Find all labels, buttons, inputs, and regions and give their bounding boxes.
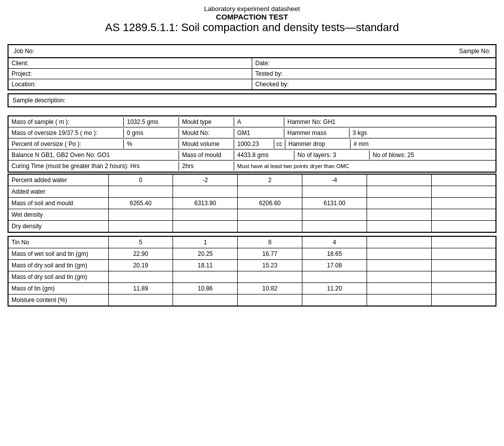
moisture-row-label-2: Mass of dry soil and tin (gm) (8, 260, 108, 271)
hammer-drop-value: # mm (351, 139, 495, 148)
main-cell-1-5 (431, 186, 496, 198)
moisture-cell-0-3: 4 (302, 236, 367, 248)
percent-oversize-label: Percent of oversize ( Po ): (9, 139, 124, 148)
main-cell-3-4 (367, 209, 431, 221)
params-row-3: Percent of oversize ( Po ): % Mould volu… (9, 138, 495, 150)
main-cell-4-3 (302, 221, 367, 233)
job-sample-row: Job No: Sample No: (8, 44, 496, 57)
no-of-blows: No of blows: 25 (370, 151, 495, 160)
main-row-label-0: Percent added water (8, 174, 108, 186)
main-row-label-2: Mass of soil and mould (8, 198, 108, 209)
checked-by-label: Checked by: (252, 79, 495, 89)
moisture-cell-1-0: 22.90 (108, 248, 173, 260)
moisture-cell-4-0: 11.89 (108, 283, 173, 294)
mould-volume-unit: cc (274, 139, 285, 148)
page-header: Laboratory experiment datasheet COMPACTI… (8, 5, 496, 34)
moisture-cell-1-1: 20.25 (173, 248, 238, 260)
info-row-client: Client: Date: (9, 58, 495, 69)
main-cell-0-5 (431, 174, 496, 186)
params-row-5: Curing Time (must be greater than 2 hour… (9, 161, 495, 172)
main-row-label-1: Added water (8, 186, 108, 198)
main-cell-3-5 (431, 209, 496, 221)
info-row-location: Location: Checked by: (9, 79, 495, 89)
mould-no-label: Mould No: (179, 128, 234, 137)
moisture-row-label-5: Moisture content (%) (8, 294, 108, 307)
main-cell-2-2: 6206.60 (238, 198, 302, 209)
moisture-cell-0-0: 5 (108, 236, 173, 248)
main-cell-1-4 (367, 186, 431, 198)
main-cell-4-0 (108, 221, 173, 233)
info-row-project: Project: Tested by: (9, 69, 495, 79)
client-label: Client: (9, 58, 252, 68)
moisture-cell-4-1: 10.86 (173, 283, 238, 294)
main-cell-2-5 (431, 198, 496, 209)
main-cell-4-1 (173, 221, 238, 233)
main-cell-1-2 (238, 186, 302, 198)
main-row-label-3: Wet density (8, 209, 108, 221)
main-cell-0-4 (367, 174, 431, 186)
omc-note: Must have at least two points dryer than… (234, 162, 495, 170)
job-no-label: Job No: (14, 48, 34, 55)
main-cell-3-2 (238, 209, 302, 221)
params-block: Mass of sample ( m ): 1032.5 gms Mould t… (8, 115, 496, 173)
moisture-cell-0-1: 1 (173, 236, 238, 248)
main-cell-0-2: 2 (238, 174, 302, 186)
moisture-cell-3-2 (238, 271, 302, 283)
sample-desc-label: Sample description: (13, 97, 65, 104)
hammer-mass-value: 3 kgs (350, 128, 495, 137)
moisture-cell-2-3: 17.08 (302, 260, 367, 271)
mass-oversize-label: Mass of oversize 19/37.5 ( mo ): (9, 128, 124, 137)
curing-time-value: 2hrs (179, 162, 234, 171)
mould-type-value: A (234, 117, 284, 126)
moisture-cell-2-5 (431, 260, 496, 271)
moisture-row-label-0: Tin No (8, 236, 108, 248)
moisture-cell-5-1 (173, 294, 238, 307)
main-cell-1-3 (302, 186, 367, 198)
moisture-cell-5-4 (367, 294, 431, 307)
mass-mould-label: Mass of mould (179, 151, 234, 160)
moisture-row-label-1: Mass of wet soil and tin (gm) (8, 248, 108, 260)
main-cell-3-0 (108, 209, 173, 221)
moisture-cell-4-3: 11.20 (302, 283, 367, 294)
moisture-cell-4-4 (367, 283, 431, 294)
main-cell-2-0: 6265.40 (108, 198, 173, 209)
moisture-cell-5-3 (302, 294, 367, 307)
location-label: Location: (9, 79, 252, 89)
header-line3: AS 1289.5.1.1: Soil compaction and densi… (8, 21, 496, 34)
main-cell-1-0 (108, 186, 173, 198)
moisture-cell-5-5 (431, 294, 496, 307)
moisture-cell-1-5 (431, 248, 496, 260)
hammer-mass-label: Hammer mass (284, 128, 350, 137)
tested-by-label: Tested by: (252, 69, 495, 79)
moisture-cell-3-0 (108, 271, 173, 283)
no-of-layers: No of layers: 3 (294, 151, 370, 160)
moisture-cell-2-1: 18.11 (173, 260, 238, 271)
params-row-2: Mass of oversize 19/37.5 ( mo ): 0 gms M… (9, 127, 495, 138)
main-cell-2-3: 6131.00 (302, 198, 367, 209)
mould-volume-label: Mould volume (179, 139, 234, 148)
moisture-cell-1-3: 18.65 (302, 248, 367, 260)
percent-oversize-value: % (124, 139, 179, 148)
moisture-row-label-4: Mass of tin (gm) (8, 283, 108, 294)
moisture-cell-5-0 (108, 294, 173, 307)
moisture-cell-2-0: 20.19 (108, 260, 173, 271)
moisture-cell-5-2 (238, 294, 302, 307)
moisture-cell-1-2: 16.77 (238, 248, 302, 260)
moisture-cell-3-5 (431, 271, 496, 283)
params-row-1: Mass of sample ( m ): 1032.5 gms Mould t… (9, 116, 495, 127)
mass-oversize-value: 0 gms (124, 128, 179, 137)
moisture-cell-1-4 (367, 248, 431, 260)
moisture-cell-4-2: 10.82 (238, 283, 302, 294)
moisture-cell-3-1 (173, 271, 238, 283)
header-line1: Laboratory experiment datasheet (8, 5, 496, 13)
hammer-no-label: Hammer No: GH1 (284, 117, 495, 126)
compaction-data-table: Percent added water0-22-4Added waterMass… (8, 174, 496, 233)
sample-no-label: Sample No: (459, 48, 490, 55)
moisture-cell-3-3 (302, 271, 367, 283)
mould-no-value: GM1 (234, 128, 284, 137)
balance-oven-label: Balance N GB1, GB2 Oven No: GO1 (9, 151, 179, 160)
hammer-drop-label: Hammer drop (285, 139, 351, 148)
moisture-row-label-3: Mass of dry soil and tin (gm) (8, 271, 108, 283)
moisture-cell-3-4 (367, 271, 431, 283)
main-cell-0-1: -2 (173, 174, 238, 186)
